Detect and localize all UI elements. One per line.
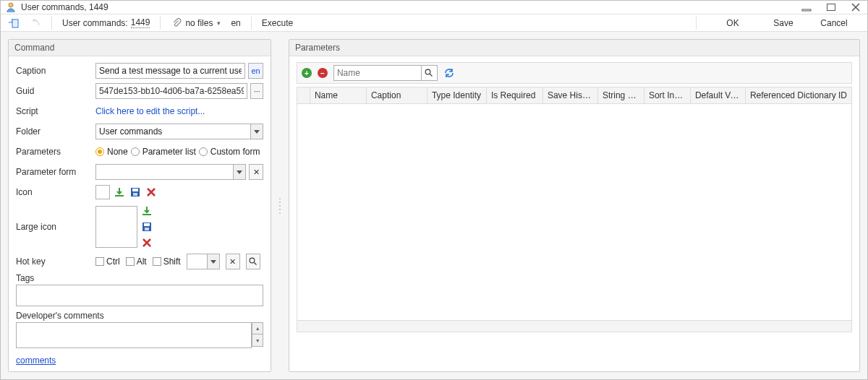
caption-label: Caption bbox=[16, 66, 95, 76]
grid-column-header[interactable]: Name bbox=[310, 87, 367, 103]
caption-lang-button[interactable]: en bbox=[248, 63, 263, 79]
svg-rect-2 bbox=[827, 4, 835, 11]
icon-load-button[interactable] bbox=[113, 186, 126, 199]
language-switch[interactable]: en bbox=[231, 18, 240, 28]
language-label: en bbox=[231, 18, 240, 28]
hotkey-ctrl-checkbox[interactable]: Ctrl bbox=[95, 256, 120, 267]
paramform-input[interactable] bbox=[95, 164, 246, 180]
guid-input[interactable] bbox=[95, 83, 247, 99]
script-label: Script bbox=[16, 106, 95, 116]
svg-point-12 bbox=[250, 258, 255, 263]
grid-column-header[interactable]: Sort Index bbox=[644, 87, 691, 103]
grid-column-header[interactable]: Is Required bbox=[487, 87, 543, 103]
new-record-icon[interactable] bbox=[8, 17, 20, 29]
app-window: User commands, 1449 User commands: 1449 bbox=[0, 0, 868, 380]
folder-label: Folder bbox=[16, 126, 95, 137]
grid-column-header[interactable]: Type Identity bbox=[427, 87, 487, 103]
splitter[interactable] bbox=[277, 39, 283, 372]
hotkey-clear-button[interactable]: ✕ bbox=[226, 254, 240, 269]
paramform-label: Parameter form bbox=[16, 167, 95, 177]
toolbar: User commands: 1449 no files ▾ en Execut… bbox=[1, 14, 867, 32]
app-icon bbox=[5, 1, 17, 13]
guid-label: Guid bbox=[16, 86, 95, 96]
folder-dropdown[interactable] bbox=[95, 124, 263, 139]
paramform-dropdown-button[interactable] bbox=[233, 164, 246, 180]
delete-parameter-button[interactable]: − bbox=[318, 68, 328, 78]
close-button[interactable] bbox=[848, 1, 863, 13]
breadcrumb[interactable]: User commands: 1449 bbox=[62, 17, 150, 28]
titlebar: User commands, 1449 bbox=[1, 1, 867, 14]
largeicon-label: Large icon bbox=[16, 222, 95, 232]
grid-column-header[interactable]: Referenced Dictionary ID bbox=[746, 87, 851, 103]
largeicon-delete-button[interactable] bbox=[140, 236, 153, 249]
grid-footer bbox=[297, 320, 851, 332]
grid-column-header[interactable]: Save History bbox=[543, 87, 598, 103]
paramform-clear-button[interactable]: ✕ bbox=[249, 164, 263, 180]
devcomments-up-button[interactable]: ▲ bbox=[252, 322, 263, 334]
icon-preview-small bbox=[95, 185, 110, 199]
add-parameter-button[interactable]: + bbox=[302, 68, 312, 78]
save-button[interactable]: Save bbox=[769, 18, 798, 28]
breadcrumb-id[interactable]: 1449 bbox=[131, 17, 150, 28]
guid-more-button[interactable]: ··· bbox=[250, 83, 263, 99]
hotkey-key-dropdown[interactable] bbox=[187, 254, 220, 269]
hotkey-shift-checkbox[interactable]: Shift bbox=[153, 256, 181, 267]
refresh-button[interactable] bbox=[443, 67, 455, 79]
grid-header-row: NameCaptionType IdentityIs RequiredSave … bbox=[297, 87, 851, 104]
command-panel-header: Command bbox=[9, 40, 271, 56]
script-edit-link[interactable]: Click here to edit the script... bbox=[95, 106, 205, 116]
chevron-down-icon: ▾ bbox=[217, 20, 221, 27]
folder-input[interactable] bbox=[95, 124, 263, 139]
grid-body[interactable] bbox=[297, 104, 851, 320]
devcomments-input[interactable] bbox=[16, 322, 252, 348]
cancel-button[interactable]: Cancel bbox=[820, 18, 848, 28]
hotkey-search-button[interactable] bbox=[246, 254, 260, 269]
grid-column-header[interactable]: String Size bbox=[598, 87, 644, 103]
grid-column-header[interactable]: Default Value bbox=[691, 87, 746, 103]
ok-button[interactable]: OK bbox=[718, 18, 747, 28]
execute-button[interactable]: Execute bbox=[262, 18, 293, 28]
largeicon-load-button[interactable] bbox=[140, 204, 153, 217]
breadcrumb-label: User commands: bbox=[62, 18, 128, 28]
maximize-button[interactable] bbox=[824, 1, 838, 13]
icon-delete-button[interactable] bbox=[145, 186, 158, 199]
devcomments-down-button[interactable]: ▼ bbox=[252, 334, 263, 347]
paramform-dropdown[interactable] bbox=[95, 164, 246, 180]
icon-preview-large bbox=[95, 206, 137, 248]
icon-label: Icon bbox=[16, 187, 95, 197]
icon-save-button[interactable] bbox=[129, 186, 142, 199]
svg-rect-8 bbox=[142, 214, 151, 215]
tags-input[interactable] bbox=[16, 285, 263, 306]
radio-none[interactable]: None bbox=[95, 147, 128, 157]
comments-link[interactable]: comments bbox=[16, 355, 56, 366]
parameter-search-input[interactable] bbox=[334, 66, 421, 80]
svg-rect-10 bbox=[144, 223, 150, 226]
svg-rect-11 bbox=[145, 228, 149, 230]
devcomments-label: Developer's comments bbox=[16, 311, 263, 321]
folder-dropdown-button[interactable] bbox=[250, 124, 263, 139]
undo-icon bbox=[30, 17, 41, 29]
attachments-label: no files bbox=[185, 18, 213, 28]
hotkey-alt-checkbox[interactable]: Alt bbox=[126, 256, 147, 267]
grid-column-header[interactable] bbox=[297, 87, 310, 103]
caption-input[interactable] bbox=[95, 63, 245, 79]
largeicon-save-button[interactable] bbox=[140, 220, 153, 233]
svg-rect-4 bbox=[115, 195, 124, 197]
parameters-panel: Parameters + − NameCaptionType IdentityI… bbox=[289, 39, 860, 372]
hotkey-key-dropdown-button[interactable] bbox=[207, 254, 220, 269]
svg-point-0 bbox=[9, 3, 13, 7]
radio-custom-form[interactable]: Custom form bbox=[199, 147, 260, 157]
svg-rect-7 bbox=[133, 193, 137, 196]
grid-column-header[interactable]: Caption bbox=[367, 87, 427, 103]
minimize-button[interactable] bbox=[799, 1, 814, 13]
radio-parameter-list[interactable]: Parameter list bbox=[131, 147, 196, 157]
parameters-toolbar: + − bbox=[297, 62, 852, 84]
paperclip-icon bbox=[171, 17, 182, 29]
body: Command Caption en Guid ··· bbox=[1, 32, 867, 379]
parameter-search-button[interactable] bbox=[421, 66, 437, 80]
parameters-panel-header: Parameters bbox=[289, 40, 859, 56]
svg-rect-6 bbox=[132, 189, 138, 191]
window-title: User commands, 1449 bbox=[21, 2, 789, 12]
svg-rect-3 bbox=[12, 20, 18, 27]
attachments[interactable]: no files ▾ bbox=[171, 17, 221, 29]
